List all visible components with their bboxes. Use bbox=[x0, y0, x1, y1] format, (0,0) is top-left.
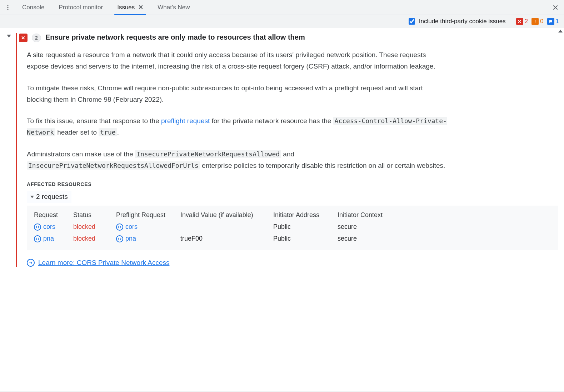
issue-count-pill: 2 bbox=[32, 34, 41, 42]
kebab-icon bbox=[5, 5, 11, 10]
issue-paragraph: To mitigate these risks, Chrome will req… bbox=[27, 82, 448, 106]
arrow-right-icon bbox=[27, 259, 35, 267]
svg-point-1 bbox=[7, 7, 8, 8]
requests-summary-label: 2 requests bbox=[36, 193, 68, 201]
request-name: cors bbox=[43, 223, 55, 231]
issue-body: ✕ 2 Ensure private network requests are … bbox=[16, 33, 558, 267]
text: for the private network resource has the bbox=[212, 117, 333, 125]
text: enterprise policies to temporarily disab… bbox=[202, 162, 445, 169]
panel-tabbar: Console Protocol monitor Issues ✕ What's… bbox=[0, 0, 564, 15]
request-name: pna bbox=[43, 235, 54, 242]
tab-label: Console bbox=[22, 4, 44, 11]
error-count: 2 bbox=[525, 18, 528, 25]
tab-whats-new[interactable]: What's New bbox=[151, 0, 196, 15]
network-icon bbox=[34, 235, 41, 242]
error-counter[interactable]: ✕ 2 bbox=[516, 18, 528, 25]
tab-console[interactable]: Console bbox=[16, 0, 51, 15]
preflight-name: cors bbox=[125, 223, 138, 231]
preflight-name: pna bbox=[125, 235, 136, 242]
tab-label: Issues bbox=[117, 4, 135, 11]
table-row: cors blocked cors Public secure bbox=[34, 221, 551, 233]
scroll-up-icon[interactable] bbox=[558, 30, 563, 32]
code-policy: InsecurePrivateNetworkRequestsAllowedFor… bbox=[27, 161, 200, 170]
invalid-value-cell: trueF00 bbox=[180, 235, 270, 242]
text: Administrators can make use of the bbox=[27, 150, 135, 158]
error-icon: ✕ bbox=[516, 18, 523, 25]
tab-list: Console Protocol monitor Issues ✕ What's… bbox=[16, 0, 196, 15]
issues-filter-bar: Include third-party cookie issues ✕ 2 ! … bbox=[0, 15, 564, 28]
text: header set to bbox=[57, 129, 99, 136]
close-icon bbox=[553, 5, 558, 10]
affected-requests-table: Request Status Preflight Request Invalid… bbox=[27, 206, 558, 250]
initiator-context-cell: secure bbox=[338, 235, 398, 242]
info-counter[interactable]: 1 bbox=[547, 18, 559, 25]
text: and bbox=[283, 150, 294, 158]
more-menu-button[interactable] bbox=[3, 2, 13, 12]
col-request: Request bbox=[34, 211, 70, 219]
warning-icon: ! bbox=[531, 18, 539, 25]
network-icon bbox=[116, 235, 123, 242]
status-cell: blocked bbox=[73, 235, 113, 242]
initiator-address-cell: Public bbox=[273, 235, 334, 242]
tab-issues[interactable]: Issues ✕ bbox=[111, 0, 150, 15]
svg-point-2 bbox=[7, 9, 8, 10]
issue-expand-toggle[interactable] bbox=[7, 35, 11, 37]
learn-more: Learn more: CORS Private Network Access bbox=[27, 259, 169, 267]
issue-description: A site requested a resource from a netwo… bbox=[27, 49, 448, 171]
chevron-down-icon bbox=[30, 196, 34, 198]
col-status: Status bbox=[73, 211, 113, 219]
preflight-link[interactable]: pna bbox=[116, 235, 177, 242]
issue-paragraph: Administrators can make use of the Insec… bbox=[27, 149, 448, 172]
affected-resources-heading: AFFECTED RESOURCES bbox=[27, 181, 558, 187]
table-row: pna blocked pna trueF00 Public secure bbox=[34, 233, 551, 245]
issues-panel-content[interactable]: ✕ 2 Ensure private network requests are … bbox=[0, 28, 564, 391]
table-header-row: Request Status Preflight Request Invalid… bbox=[34, 209, 551, 221]
preflight-request-link[interactable]: preflight request bbox=[161, 117, 210, 125]
issue-gutter bbox=[3, 33, 15, 267]
thirdparty-cookie-checkbox[interactable] bbox=[409, 18, 415, 25]
svg-point-0 bbox=[7, 5, 8, 6]
issue-title: Ensure private network requests are only… bbox=[45, 33, 305, 41]
initiator-context-cell: secure bbox=[338, 223, 398, 231]
warning-count: 0 bbox=[540, 18, 543, 25]
code-policy: InsecurePrivateNetworkRequestsAllowed bbox=[135, 150, 281, 158]
requests-summary-toggle[interactable]: 2 requests bbox=[27, 191, 71, 203]
close-icon[interactable]: ✕ bbox=[138, 4, 143, 11]
col-invalid-value: Invalid Value (if available) bbox=[180, 211, 270, 219]
issue-paragraph: To fix this issue, ensure that response … bbox=[27, 115, 448, 139]
request-link[interactable]: pna bbox=[34, 235, 70, 242]
info-count: 1 bbox=[556, 18, 559, 25]
col-preflight: Preflight Request bbox=[116, 211, 177, 219]
severity-counters: ✕ 2 ! 0 1 bbox=[511, 18, 559, 25]
network-icon bbox=[34, 223, 41, 231]
issue-item: ✕ 2 Ensure private network requests are … bbox=[0, 28, 564, 275]
tab-label: What's New bbox=[158, 4, 190, 11]
text: . bbox=[117, 129, 119, 136]
close-panel-button[interactable] bbox=[550, 2, 561, 13]
error-icon: ✕ bbox=[19, 34, 28, 42]
learn-more-link[interactable]: Learn more: CORS Private Network Access bbox=[38, 259, 169, 267]
preflight-link[interactable]: cors bbox=[116, 223, 177, 231]
thirdparty-cookie-toggle[interactable]: Include third-party cookie issues bbox=[407, 17, 506, 26]
status-cell: blocked bbox=[73, 223, 113, 231]
code-header-value: true bbox=[99, 128, 117, 136]
warning-counter[interactable]: ! 0 bbox=[531, 18, 543, 25]
issue-paragraph: A site requested a resource from a netwo… bbox=[27, 49, 448, 72]
tab-label: Protocol monitor bbox=[59, 4, 103, 11]
text: To fix this issue, ensure that response … bbox=[27, 117, 161, 125]
tab-protocol-monitor[interactable]: Protocol monitor bbox=[52, 0, 109, 15]
initiator-address-cell: Public bbox=[273, 223, 334, 231]
network-icon bbox=[116, 223, 123, 231]
col-initiator-context: Initiator Context bbox=[338, 211, 398, 219]
issue-header[interactable]: ✕ 2 Ensure private network requests are … bbox=[17, 33, 558, 42]
info-icon bbox=[547, 18, 554, 25]
thirdparty-cookie-label: Include third-party cookie issues bbox=[419, 18, 506, 25]
request-link[interactable]: cors bbox=[34, 223, 70, 231]
col-initiator-address: Initiator Address bbox=[273, 211, 334, 219]
